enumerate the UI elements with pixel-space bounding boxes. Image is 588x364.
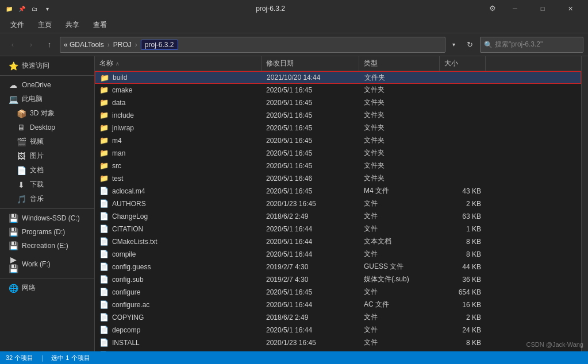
breadcrumb-proj[interactable]: PROJ (113, 41, 132, 49)
file-name: 📄CITATION (95, 223, 262, 235)
file-size: 654 KB (440, 286, 486, 298)
file-name: 📁cmake (95, 84, 262, 96)
file-date: 2020/5/1 16:44 (262, 324, 359, 336)
sidebar-item-quickaccess[interactable]: ⭐ 快速访问 (0, 59, 94, 73)
file-date: 2020/5/1 16:45 (262, 134, 359, 146)
file-row[interactable]: 📄ChangeLog2018/6/2 2:49文件63 KB (95, 210, 581, 223)
file-name-text: src (112, 162, 121, 170)
status-separator: ｜ (39, 354, 45, 362)
sidebar-item-c-drive[interactable]: 💾 Windows-SSD (C:) (0, 211, 94, 225)
file-date: 2018/6/2 2:49 (262, 210, 359, 222)
file-name: 📄COPYING (95, 311, 262, 323)
file-row[interactable]: 📁include2020/5/1 16:45文件夹 (95, 109, 581, 122)
file-name-text: CMakeLists.txt (112, 238, 157, 246)
refresh-button[interactable]: ↻ (462, 37, 478, 53)
sidebar-item-thispc[interactable]: 💻 此电脑 (0, 92, 94, 106)
col-header-name[interactable]: 名称 ∧ (95, 56, 262, 71)
file-row[interactable]: 📄aclocal.m42020/5/1 16:45M4 文件43 KB (95, 185, 581, 198)
minimize-button[interactable]: ─ (502, 0, 528, 17)
file-row[interactable]: 📁man2020/5/1 16:45文件夹 (95, 147, 581, 160)
col-header-date[interactable]: 修改日期 (262, 56, 359, 71)
file-name-text: configure.ac (112, 301, 149, 309)
file-icon: 📄 (99, 250, 109, 258)
file-row[interactable]: 📄configure2020/5/1 16:45文件654 KB (95, 286, 581, 299)
back-button[interactable]: ‹ (5, 37, 21, 53)
close-button[interactable]: ✕ (557, 0, 583, 17)
sidebar-item-d-drive[interactable]: 💾 Programs (D:) (0, 225, 94, 239)
menu-file[interactable]: 文件 (5, 18, 30, 32)
file-size (440, 122, 486, 134)
file-date: 2020/5/1 16:44 (262, 235, 359, 247)
sidebar-item-3d[interactable]: 📦 3D 对象 (0, 106, 94, 121)
file-row[interactable]: 📁test2020/5/1 16:46文件夹 (95, 172, 581, 185)
sidebar-item-videos[interactable]: 🎬 视频 (0, 134, 94, 149)
file-row[interactable]: 📄config.sub2019/2/7 4:30媒体文件(.sub)36 KB (95, 273, 581, 286)
sidebar-item-music[interactable]: 🎵 音乐 (0, 192, 94, 206)
file-row[interactable]: 📄CMakeLists.txt2020/5/1 16:44文本文档8 KB (95, 235, 581, 248)
file-type: 文件夹 (359, 147, 440, 159)
folder-icon: 📁 (99, 161, 109, 170)
file-name: 📄INSTALL (95, 336, 262, 348)
settings-button[interactable]: ⚙ (485, 0, 501, 16)
sidebar-e-drive-label: Recreation (E:) (22, 242, 68, 250)
sidebar-item-desktop[interactable]: 🖥 Desktop (0, 121, 94, 134)
sidebar-item-onedrive[interactable]: ☁ OneDrive (0, 78, 94, 92)
file-row[interactable]: 📄CITATION2020/5/1 16:44文件1 KB (95, 223, 581, 235)
sidebar-item-network[interactable]: 🌐 网络 (0, 281, 94, 295)
current-folder[interactable]: proj-6.3.2 (141, 40, 178, 50)
maximize-button[interactable]: □ (529, 0, 556, 17)
sidebar-quickaccess-label: 快速访问 (22, 61, 49, 71)
sidebar-item-e-drive[interactable]: 💾 Recreation (E:) (0, 239, 94, 253)
file-row[interactable]: 📁data2020/5/1 16:45文件夹 (95, 96, 581, 109)
desktop-icon: 🖥 (16, 123, 26, 132)
file-row[interactable]: 📁src2020/5/1 16:45文件夹 (95, 160, 581, 172)
menu-view[interactable]: 查看 (87, 18, 113, 32)
file-name: 📄aclocal.m4 (95, 185, 262, 197)
menu-share[interactable]: 共享 (60, 18, 85, 32)
drive-e-icon: 💾 (8, 241, 18, 250)
window-title: proj-6.3.2 (56, 5, 485, 13)
file-row[interactable]: 📄configure.ac2020/5/1 16:44AC 文件16 KB (95, 299, 581, 311)
sidebar-c-drive-label: Windows-SSD (C:) (22, 214, 80, 222)
file-name-text: configure (112, 288, 140, 296)
status-bar: 32 个项目 ｜ 选中 1 个项目 (0, 351, 588, 364)
file-icon: 📄 (99, 338, 109, 347)
file-date: 2020/5/1 16:45 (262, 84, 359, 96)
col-header-type[interactable]: 类型 (359, 56, 440, 71)
menu-home[interactable]: 主页 (32, 18, 57, 32)
file-row[interactable]: 📄config.guess2019/2/7 4:30GUESS 文件44 KB (95, 261, 581, 273)
file-row[interactable]: 📄INSTALL2020/1/23 16:45文件8 KB (95, 336, 581, 349)
file-name-text: CITATION (112, 225, 143, 233)
address-dropdown[interactable]: ▾ (448, 37, 459, 53)
search-box[interactable]: 🔍 搜索"proj-6.3.2" (480, 37, 583, 53)
file-row[interactable]: 📄compile2020/5/1 16:44文件8 KB (95, 248, 581, 261)
file-row[interactable]: 📁m42020/5/1 16:45文件夹 (95, 134, 581, 147)
sidebar-item-downloads[interactable]: ⬇ 下载 (0, 177, 94, 192)
up-button[interactable]: ↑ (41, 37, 57, 53)
drive-c-icon: 💾 (8, 214, 18, 223)
file-type: GUESS 文件 (359, 261, 440, 273)
file-row[interactable]: 📄COPYING2018/6/2 2:49文件2 KB (95, 311, 581, 324)
file-name: 📁build (95, 72, 262, 83)
file-list: 📁build2021/10/20 14:44文件夹📁cmake2020/5/1 … (95, 71, 581, 351)
file-name: 📁test (95, 172, 262, 184)
file-size: 8 KB (440, 235, 486, 247)
sidebar-item-docs[interactable]: 📄 文档 (0, 163, 94, 177)
file-name-text: ChangeLog (112, 212, 148, 220)
file-row[interactable]: 📁cmake2020/5/1 16:45文件夹 (95, 84, 581, 96)
sidebar-thispc-label: 此电脑 (22, 94, 43, 104)
file-row[interactable]: 📄AUTHORS2020/1/23 16:45文件2 KB (95, 198, 581, 210)
file-row[interactable]: 📄depcomp2020/5/1 16:44文件24 KB (95, 324, 581, 336)
file-name-text: include (112, 111, 134, 119)
folder-icon: 📁 (99, 86, 109, 94)
forward-button[interactable]: › (23, 37, 39, 53)
sidebar-item-pictures[interactable]: 🖼 图片 (0, 149, 94, 163)
col-header-size[interactable]: 大小 (440, 56, 486, 71)
col-size-label: 大小 (444, 59, 458, 68)
breadcrumb-gdal[interactable]: « GDALTools (64, 41, 104, 49)
sidebar-onedrive-label: OneDrive (22, 81, 51, 89)
file-row[interactable]: 📁jniwrap2020/5/1 16:45文件夹 (95, 122, 581, 134)
col-type-label: 类型 (364, 59, 378, 68)
sidebar-item-f-drive[interactable]: ▶💾 Work (F:) (0, 253, 94, 276)
file-row[interactable]: 📁build2021/10/20 14:44文件夹 (95, 71, 581, 84)
